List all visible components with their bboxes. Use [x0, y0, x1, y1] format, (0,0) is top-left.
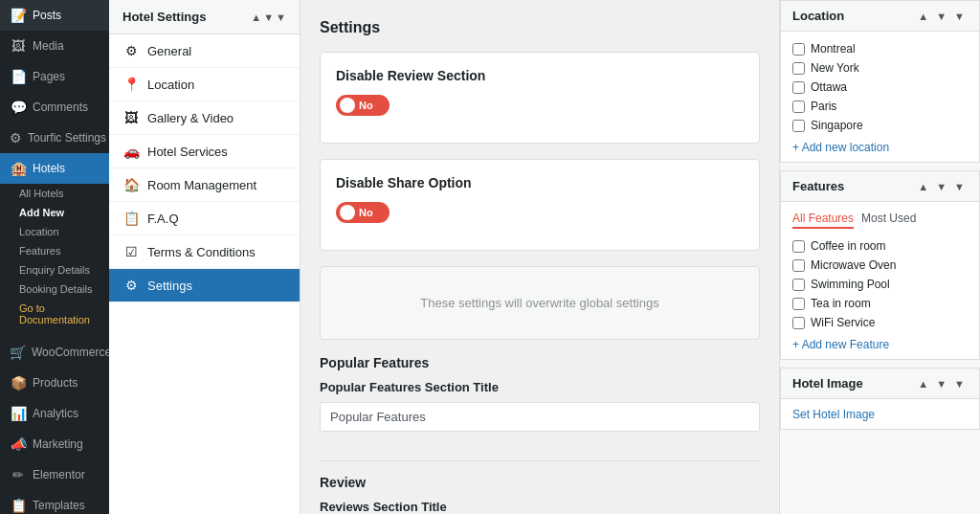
- tab-most-used[interactable]: Most Used: [861, 210, 916, 229]
- services-icon: 🚗: [122, 144, 140, 159]
- list-item: Ottawa: [792, 78, 968, 97]
- img-arrow-up[interactable]: ▲: [915, 377, 931, 391]
- sub-menu-location[interactable]: Location: [0, 222, 109, 241]
- singapore-checkbox[interactable]: [792, 120, 805, 132]
- pool-checkbox[interactable]: [792, 279, 805, 291]
- tab-all-features[interactable]: All Features: [792, 210, 854, 229]
- sub-menu-features[interactable]: Features: [0, 241, 109, 260]
- features-header-arrows: ▲ ▼ ▼: [915, 180, 968, 193]
- sidebar-item-elementor[interactable]: ✏ Elementor: [0, 459, 109, 490]
- gallery-icon: 🖼: [122, 110, 140, 125]
- main-content: Hotel Settings ▲ ▼ ▼ ⚙ General 📍 Locatio…: [109, 0, 980, 514]
- hotel-menu-services[interactable]: 🚗 Hotel Services: [109, 135, 300, 168]
- coffee-checkbox[interactable]: [792, 240, 805, 253]
- disable-review-label: Disable Review Section: [336, 68, 744, 83]
- popular-features-input[interactable]: [320, 402, 760, 432]
- sidebar-item-pages[interactable]: 📄 Pages: [0, 61, 109, 92]
- sidebar-item-posts[interactable]: 📝 Posts: [0, 0, 109, 31]
- hotels-icon: 🏨: [10, 161, 27, 176]
- review-heading: Review: [320, 475, 760, 490]
- disable-review-toggle-row: No: [336, 95, 744, 116]
- feat-arrow-collapse[interactable]: ▼: [951, 180, 968, 193]
- disable-share-toggle[interactable]: No: [336, 202, 390, 223]
- overwrite-note: These settings will overwrite global set…: [320, 266, 760, 340]
- list-item: Tea in room: [792, 294, 968, 313]
- sub-menu-add-new[interactable]: Add New: [0, 203, 109, 222]
- marketing-icon: 📣: [10, 436, 27, 452]
- posts-icon: 📝: [10, 8, 27, 23]
- sidebar-item-comments[interactable]: 💬 Comments: [0, 92, 109, 123]
- list-item: Swimming Pool: [792, 275, 968, 294]
- right-panel: Location ▲ ▼ ▼ Montreal New York: [779, 0, 980, 514]
- img-arrow-down[interactable]: ▼: [933, 377, 949, 391]
- new-york-checkbox[interactable]: [792, 62, 805, 75]
- hotel-menu-location[interactable]: 📍 Location: [109, 68, 300, 101]
- sub-menu-enquiry[interactable]: Enquiry Details: [0, 260, 109, 279]
- woo-icon: 🛒: [10, 345, 26, 360]
- reviews-section-title-label: Reviews Section Title: [320, 500, 760, 514]
- hotel-image-body: Set Hotel Image: [781, 399, 979, 429]
- analytics-icon: 📊: [10, 406, 27, 421]
- location-widget-header: Location ▲ ▼ ▼: [781, 1, 979, 32]
- hotel-menu-gallery[interactable]: 🖼 Gallery & Video: [109, 101, 300, 135]
- toggle-label: No: [359, 100, 373, 111]
- sidebar-item-tourfic[interactable]: ⚙ Tourfic Settings: [0, 123, 109, 153]
- settings-icon: ⚙: [122, 278, 140, 293]
- arrow-collapse[interactable]: ▼: [276, 11, 286, 23]
- disable-share-label: Disable Share Option: [336, 175, 744, 190]
- loc-arrow-collapse[interactable]: ▼: [951, 10, 968, 23]
- sidebar-item-analytics[interactable]: 📊 Analytics: [0, 398, 109, 429]
- disable-share-section: Disable Share Option No: [320, 159, 760, 251]
- add-new-location-link[interactable]: + Add new location: [792, 141, 968, 154]
- hotel-image-header: Hotel Image ▲ ▼ ▼: [781, 369, 979, 399]
- sidebar-item-hotels[interactable]: 🏨 Hotels: [0, 153, 109, 184]
- set-hotel-image-link[interactable]: Set Hotel Image: [792, 408, 875, 421]
- microwave-checkbox[interactable]: [792, 259, 805, 272]
- list-item: Singapore: [792, 116, 968, 135]
- loc-arrow-down[interactable]: ▼: [933, 10, 949, 23]
- hotel-settings-header: Hotel Settings ▲ ▼ ▼: [109, 0, 300, 34]
- hotel-menu-settings[interactable]: ⚙ Settings: [109, 269, 300, 302]
- sidebar-item-media[interactable]: 🖼 Media: [0, 31, 109, 61]
- feat-arrow-up[interactable]: ▲: [915, 180, 931, 193]
- wifi-checkbox[interactable]: [792, 317, 805, 329]
- tea-checkbox[interactable]: [792, 298, 805, 310]
- sub-menu-docs[interactable]: Go to Documentation: [0, 299, 109, 329]
- arrow-down[interactable]: ▼: [263, 11, 274, 23]
- hotel-menu-rooms[interactable]: 🏠 Room Management: [109, 168, 300, 202]
- sub-menu-all-hotels[interactable]: All Hotels: [0, 184, 109, 203]
- toggle-knob-2: [340, 205, 355, 220]
- loc-arrow-up[interactable]: ▲: [915, 10, 931, 23]
- hotel-menu-general[interactable]: ⚙ General: [109, 34, 300, 68]
- hotel-menu-faq[interactable]: 📋 F.A.Q: [109, 202, 300, 235]
- sidebar-item-woocommerce[interactable]: 🛒 WooCommerce: [0, 337, 109, 368]
- ottawa-checkbox[interactable]: [792, 81, 805, 94]
- toggle-knob: [340, 98, 355, 113]
- sidebar-item-products[interactable]: 📦 Products: [0, 368, 109, 398]
- sidebar-item-templates[interactable]: 📋 Templates: [0, 490, 109, 514]
- arrow-up[interactable]: ▲: [251, 11, 261, 23]
- list-item: WiFi Service: [792, 313, 968, 332]
- sub-menu-booking[interactable]: Booking Details: [0, 279, 109, 299]
- feat-arrow-down[interactable]: ▼: [933, 180, 949, 193]
- list-item: New York: [792, 58, 968, 78]
- header-arrows: ▲ ▼ ▼: [251, 11, 286, 23]
- disable-share-toggle-row: No: [336, 202, 744, 223]
- features-widget-body: All Features Most Used Coffee in room Mi…: [781, 202, 979, 359]
- montreal-checkbox[interactable]: [792, 43, 805, 56]
- disable-review-toggle[interactable]: No: [336, 95, 390, 116]
- list-item: Paris: [792, 97, 968, 116]
- settings-panel: Settings Disable Review Section No Disab…: [301, 0, 779, 514]
- elementor-icon: ✏: [10, 467, 27, 482]
- products-icon: 📦: [10, 375, 27, 391]
- features-widget: Features ▲ ▼ ▼ All Features Most Used Co…: [780, 170, 980, 360]
- sidebar-item-marketing[interactable]: 📣 Marketing: [0, 429, 109, 459]
- location-header-arrows: ▲ ▼ ▼: [915, 10, 968, 23]
- hotel-menu-terms[interactable]: ☑ Terms & Conditions: [109, 235, 300, 269]
- img-arrow-collapse[interactable]: ▼: [951, 377, 968, 391]
- general-icon: ⚙: [122, 43, 140, 58]
- paris-checkbox[interactable]: [792, 101, 805, 113]
- add-new-feature-link[interactable]: + Add new Feature: [792, 338, 968, 351]
- settings-title: Settings: [320, 19, 760, 36]
- list-item: Montreal: [792, 39, 968, 58]
